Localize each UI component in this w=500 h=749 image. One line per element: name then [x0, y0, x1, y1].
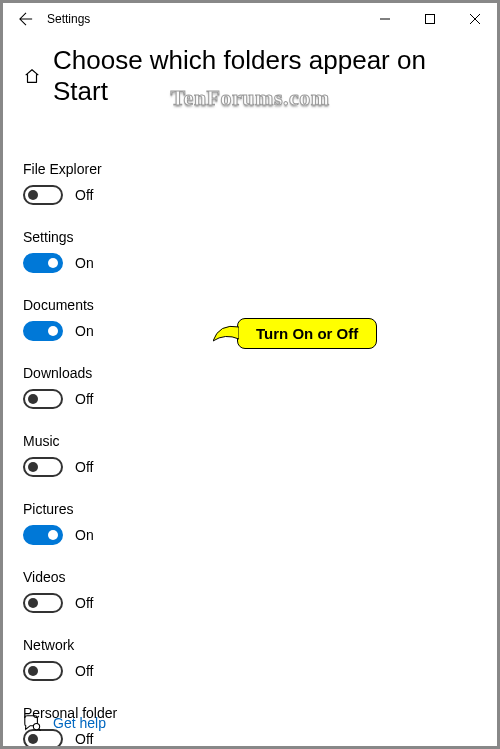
setting-label: File Explorer	[23, 161, 477, 177]
get-help-link[interactable]: Get help	[53, 715, 106, 731]
setting-row: PicturesOn	[23, 501, 477, 545]
minimize-icon	[380, 14, 390, 24]
toggle-switch[interactable]	[23, 389, 63, 409]
window-controls	[362, 3, 497, 35]
arrow-left-icon	[19, 12, 33, 26]
page-title: Choose which folders appear on Start	[53, 45, 477, 107]
toggle-switch[interactable]	[23, 253, 63, 273]
svg-rect-0	[425, 15, 434, 24]
home-icon	[23, 67, 41, 85]
titlebar: Settings	[3, 3, 497, 35]
close-icon	[470, 14, 480, 24]
toggle-state-label: On	[75, 255, 94, 271]
toggle-row: On	[23, 253, 477, 273]
minimize-button[interactable]	[362, 3, 407, 35]
toggle-state-label: Off	[75, 663, 93, 679]
toggle-knob-icon	[28, 734, 38, 744]
toggle-knob-icon	[28, 462, 38, 472]
setting-row: VideosOff	[23, 569, 477, 613]
toggle-row: Off	[23, 457, 477, 477]
setting-row: MusicOff	[23, 433, 477, 477]
toggle-switch[interactable]	[23, 457, 63, 477]
setting-row: DownloadsOff	[23, 365, 477, 409]
toggle-knob-icon	[48, 258, 58, 268]
svg-point-1	[33, 723, 39, 729]
toggle-switch[interactable]	[23, 661, 63, 681]
toggle-knob-icon	[48, 530, 58, 540]
setting-row: NetworkOff	[23, 637, 477, 681]
toggle-knob-icon	[28, 190, 38, 200]
window-title: Settings	[47, 12, 90, 26]
close-button[interactable]	[452, 3, 497, 35]
settings-window: Settings Choose which folders appear on	[3, 3, 497, 746]
toggle-knob-icon	[28, 394, 38, 404]
setting-label: Videos	[23, 569, 477, 585]
setting-label: Pictures	[23, 501, 477, 517]
back-button[interactable]	[11, 3, 41, 35]
settings-list: File ExplorerOffSettingsOnDocumentsOnDow…	[3, 161, 497, 746]
setting-label: Downloads	[23, 365, 477, 381]
get-help-row: Get help	[23, 714, 106, 732]
toggle-state-label: Off	[75, 391, 93, 407]
setting-row: SettingsOn	[23, 229, 477, 273]
setting-label: Music	[23, 433, 477, 449]
setting-label: Network	[23, 637, 477, 653]
setting-label: Documents	[23, 297, 477, 313]
home-button[interactable]	[23, 67, 41, 85]
toggle-knob-icon	[48, 326, 58, 336]
maximize-icon	[425, 14, 435, 24]
toggle-switch[interactable]	[23, 185, 63, 205]
toggle-state-label: Off	[75, 595, 93, 611]
toggle-switch[interactable]	[23, 593, 63, 613]
toggle-row: On	[23, 321, 477, 341]
toggle-knob-icon	[28, 666, 38, 676]
setting-label: Settings	[23, 229, 477, 245]
maximize-button[interactable]	[407, 3, 452, 35]
toggle-knob-icon	[28, 598, 38, 608]
setting-row: DocumentsOn	[23, 297, 477, 341]
setting-row: File ExplorerOff	[23, 161, 477, 205]
toggle-row: On	[23, 525, 477, 545]
toggle-state-label: On	[75, 527, 94, 543]
toggle-row: Off	[23, 593, 477, 613]
page-header: Choose which folders appear on Start	[3, 35, 497, 111]
toggle-state-label: Off	[75, 459, 93, 475]
toggle-switch[interactable]	[23, 525, 63, 545]
toggle-switch[interactable]	[23, 321, 63, 341]
toggle-state-label: On	[75, 323, 94, 339]
toggle-row: Off	[23, 185, 477, 205]
help-icon	[23, 714, 41, 732]
toggle-row: Off	[23, 389, 477, 409]
toggle-state-label: Off	[75, 187, 93, 203]
toggle-row: Off	[23, 661, 477, 681]
toggle-state-label: Off	[75, 731, 93, 746]
